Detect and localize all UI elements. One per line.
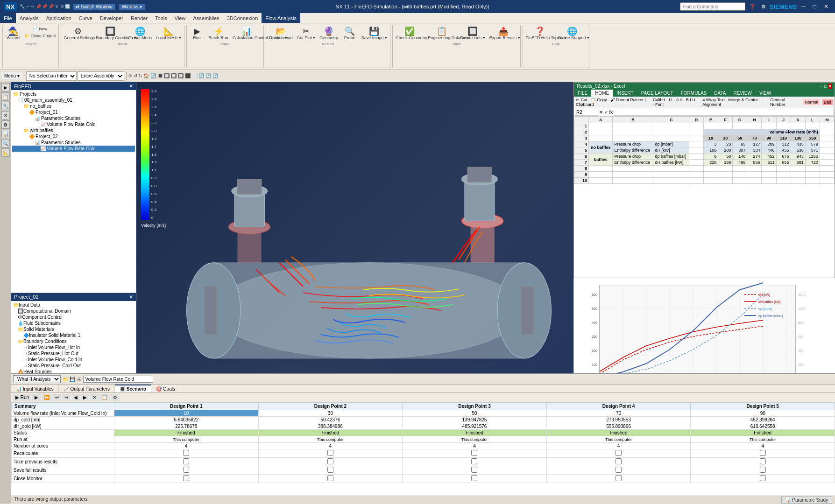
window-btn[interactable]: Window ▾ <box>119 4 145 10</box>
bp-tab-scenario[interactable]: 🔳 Scenario <box>115 385 151 392</box>
menu-file[interactable]: File <box>0 13 16 23</box>
dp2-take-chk[interactable] <box>327 458 333 464</box>
excel-tab-insert[interactable]: INSERT <box>613 90 637 97</box>
selection-filter-select[interactable]: No Selection Filter <box>26 71 77 81</box>
geometry-button[interactable]: 🔮 Geometry <box>318 26 340 42</box>
dp3-take[interactable] <box>403 458 547 466</box>
tbn-comp-domain[interactable]: 🔲 Computational Domain <box>12 308 135 314</box>
excel-tab-formulas[interactable]: FORMULAS <box>677 90 711 97</box>
dp1-recalc[interactable] <box>114 449 259 458</box>
dp1-close-chk[interactable] <box>183 475 189 481</box>
tree-node-project02[interactable]: 🔶 Project_02 <box>12 133 135 140</box>
dp4-flow-rate[interactable]: 70 <box>546 410 691 417</box>
dp3-close-chk[interactable] <box>471 475 477 481</box>
bp-tab-output[interactable]: 📈 Output Parameters <box>59 385 115 392</box>
general-settings-button[interactable]: ⚙ General Settings <box>62 26 94 42</box>
dp2-recalc[interactable] <box>258 449 403 458</box>
menu-developer[interactable]: Developer <box>96 13 127 23</box>
bp-play-btn[interactable]: ▶ <box>32 394 41 401</box>
menu-render[interactable]: Render <box>127 13 151 23</box>
dp3-take-chk[interactable] <box>471 458 477 464</box>
dp1-recalc-chk[interactable] <box>183 450 189 456</box>
tree-node-project01[interactable]: 🔶 Project_01 <box>12 109 135 115</box>
bp-run-button[interactable]: ▶ Run <box>13 394 31 401</box>
assembly-filter-select[interactable]: Entire Assembly <box>78 71 124 81</box>
dp5-take[interactable] <box>691 458 835 466</box>
dp1-save-chk[interactable] <box>183 467 189 473</box>
menu-flow-analysis[interactable]: Flow Analysis <box>262 13 300 23</box>
menu-assemblies[interactable]: Assemblies <box>189 13 223 23</box>
dp4-recalc-chk[interactable] <box>616 450 622 456</box>
boundary-condition-button[interactable]: 🔲 Boundary Condition ▾ <box>94 26 126 42</box>
dp5-save-chk[interactable] <box>760 467 766 473</box>
dp5-flow-rate[interactable]: 90 <box>691 410 835 417</box>
dp4-take-chk[interactable] <box>616 458 622 464</box>
dp2-flow-rate[interactable]: 30 <box>258 410 403 417</box>
dp4-recalc[interactable] <box>546 449 691 458</box>
tree-node-param-studies-1[interactable]: 📊 Parametric Studies <box>12 115 135 121</box>
tree-node-param-studies-2[interactable]: 📊 Parametric Studies <box>12 140 135 146</box>
excel-tab-view[interactable]: VIEW <box>756 90 775 97</box>
tbn-bc[interactable]: 📁 Boundary Conditions <box>12 338 135 344</box>
calc-control-button[interactable]: 📊 Calculation Control Options ▾ <box>231 26 262 42</box>
side-btn-8[interactable]: 📐 <box>1 148 10 157</box>
dp5-recalc-chk[interactable] <box>760 450 766 456</box>
excel-tab-data[interactable]: DATA <box>710 90 729 97</box>
tree-node-vol-flow-1[interactable]: 📈 Volume Flow Rate Cold <box>12 121 135 127</box>
dp5-close-chk[interactable] <box>760 475 766 481</box>
bp-prev-btn[interactable]: ◀ <box>71 394 80 401</box>
tbn-static-hot[interactable]: → Static Pressure_Hot Out <box>12 350 135 357</box>
bp-fwd-btn[interactable]: ↪ <box>62 394 71 401</box>
bp-next-btn[interactable]: ▶ <box>81 394 89 401</box>
dp2-take[interactable] <box>258 458 403 466</box>
engineering-db-button[interactable]: 📋 Engineering Database <box>426 26 458 42</box>
side-btn-7[interactable]: 🔍 <box>1 139 10 147</box>
restore-button[interactable]: □ <box>810 2 819 11</box>
close-button[interactable]: ✕ <box>821 2 831 11</box>
wizard-button[interactable]: 🧙 Wizard <box>4 26 22 42</box>
dp4-save[interactable] <box>546 466 691 475</box>
excel-close[interactable]: ✕ <box>828 84 832 89</box>
dp1-close[interactable] <box>114 475 259 483</box>
export-results-button[interactable]: 📤 Export Results ▾ <box>488 26 519 42</box>
dp5-take-chk[interactable] <box>760 458 766 464</box>
minimize-button[interactable]: ─ <box>799 2 808 11</box>
dp2-save[interactable] <box>258 466 403 475</box>
help-icon[interactable]: ❓ <box>747 4 757 10</box>
bp-stop-btn[interactable]: ✕ <box>90 394 99 401</box>
excel-tab-pagelayout[interactable]: PAGE LAYOUT <box>637 90 677 97</box>
excel-minimize[interactable]: ─ <box>820 84 823 89</box>
dp3-recalc[interactable] <box>403 449 547 458</box>
study-name-input[interactable] <box>83 376 153 383</box>
dp4-close[interactable] <box>546 475 691 483</box>
dp4-take[interactable] <box>546 458 691 466</box>
create-lids-button[interactable]: 🔲 Create Lids ▾ <box>458 26 487 42</box>
dp1-take-chk[interactable] <box>183 458 189 464</box>
dp3-save-chk[interactable] <box>471 467 477 473</box>
excel-content[interactable]: A B C D E F G H I J K L M <box>574 117 835 278</box>
tree-node-projects[interactable]: 📁 Projects <box>12 91 135 97</box>
global-mesh-button[interactable]: 🌐 Global Mesh <box>127 26 154 42</box>
menu-analysis[interactable]: Analysis <box>16 13 42 23</box>
excel-formula-input[interactable] <box>614 109 834 116</box>
menu-application[interactable]: Application <box>42 13 75 23</box>
bp-back-btn[interactable]: ↩ <box>53 394 61 401</box>
bp-copy-btn[interactable]: 📋 <box>99 394 110 401</box>
dp5-save[interactable] <box>691 466 835 475</box>
settings-icon[interactable]: ⚙ <box>759 4 768 10</box>
excel-restore[interactable]: □ <box>824 84 827 89</box>
dp3-save[interactable] <box>403 466 547 475</box>
bp-content[interactable]: Summary Design Point 1 Design Point 2 De… <box>11 402 835 496</box>
side-btn-2[interactable]: 📋 <box>1 92 10 101</box>
check-geometry-button[interactable]: ✅ Check Geometry <box>394 26 425 42</box>
find-command-input[interactable] <box>680 2 745 11</box>
excel-tab-home[interactable]: HOME <box>591 90 613 97</box>
side-btn-5[interactable]: ⚙ <box>1 120 10 129</box>
what-if-analysis-select[interactable]: What If Analysis <box>13 375 61 383</box>
dp3-flow-rate[interactable]: 50 <box>403 410 547 417</box>
run-button[interactable]: ▶ Run <box>188 26 206 42</box>
tree-collapse-btn[interactable]: ✕ <box>129 83 133 89</box>
floefd-help-button[interactable]: ❓ FloEFD Help Topics ▾ <box>524 26 556 42</box>
menu-view[interactable]: View <box>171 13 190 23</box>
tbn-solid-mat[interactable]: 📁 Solid Materials <box>12 326 135 332</box>
